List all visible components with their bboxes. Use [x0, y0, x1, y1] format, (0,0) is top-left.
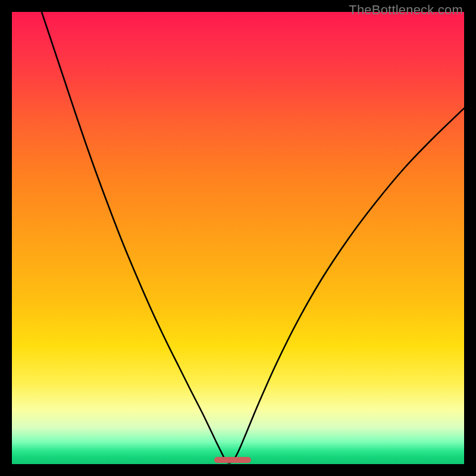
baseline-marker	[214, 457, 251, 463]
chart-frame: TheBottleneck.com	[0, 0, 476, 476]
plot-area	[12, 12, 464, 464]
curve-layer	[12, 12, 464, 464]
watermark-text: TheBottleneck.com	[349, 2, 463, 18]
bottleneck-curve	[42, 12, 464, 463]
